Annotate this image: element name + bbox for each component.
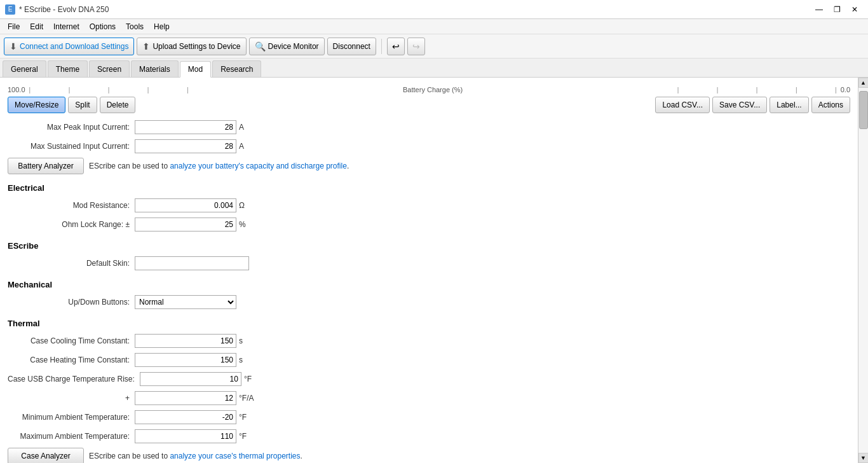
default-skin-row: Default Skin: <box>8 256 850 271</box>
device-monitor-button[interactable]: 🔍 Device Monitor <box>249 38 325 55</box>
menu-options[interactable]: Options <box>85 21 121 32</box>
close-button[interactable]: ✕ <box>846 3 863 17</box>
max-sustained-label: Max Sustained Input Current: <box>8 142 135 151</box>
updown-buttons-row: Up/Down Buttons: Normal Reversed <box>8 294 850 310</box>
disconnect-button[interactable]: Disconnect <box>327 38 376 55</box>
battery-analyzer-link[interactable]: analyze your battery's capacity and disc… <box>170 162 346 170</box>
title-controls[interactable]: — ❐ ✕ <box>811 3 863 17</box>
max-peak-row: Max Peak Input Current: A <box>8 120 850 135</box>
updown-buttons-select[interactable]: Normal Reversed <box>135 295 236 309</box>
scroll-track[interactable] <box>858 88 868 453</box>
min-ambient-row: Minimum Ambient Temperature: °F <box>8 410 850 425</box>
case-usb-label: Case USB Charge Temperature Rise: <box>8 375 140 384</box>
tab-mod[interactable]: Mod <box>180 61 211 78</box>
battery-left-value: 100.0 <box>8 86 25 93</box>
case-analyzer-row: Case Analyzer EScribe can be used to ana… <box>8 448 850 463</box>
battery-analyzer-button[interactable]: Battery Analyzer <box>8 158 84 174</box>
title-left: E * EScribe - Evolv DNA 250 <box>5 4 109 15</box>
case-heating-unit: s <box>239 356 243 364</box>
case-cooling-row: Case Cooling Time Constant: s <box>8 333 850 349</box>
case-cooling-label: Case Cooling Time Constant: <box>8 336 135 345</box>
max-sustained-input[interactable] <box>135 139 236 153</box>
mod-resistance-unit: Ω <box>239 201 245 210</box>
tab-research[interactable]: Research <box>212 60 261 77</box>
tab-bar: General Theme Screen Materials Mod Resea… <box>0 59 868 78</box>
max-ambient-label: Maximum Ambient Temperature: <box>8 432 135 441</box>
menu-help[interactable]: Help <box>149 21 175 32</box>
redo-button[interactable]: ↪ <box>407 38 425 55</box>
move-resize-button[interactable]: Move/Resize <box>8 97 65 113</box>
label-button[interactable]: Label... <box>770 97 808 113</box>
battery-right-value: 0.0 <box>841 86 850 93</box>
title-text: * EScribe - Evolv DNA 250 <box>19 5 109 14</box>
minimize-button[interactable]: — <box>811 3 827 17</box>
maximize-button[interactable]: ❐ <box>829 3 845 17</box>
max-peak-label: Max Peak Input Current: <box>8 123 135 132</box>
ohm-lock-label: Ohm Lock Range: ± <box>8 220 135 229</box>
ohm-lock-row: Ohm Lock Range: ± % <box>8 217 850 232</box>
toolbar: ⬇ Connect and Download Settings ⬆ Upload… <box>0 34 868 59</box>
mechanical-title: Mechanical <box>8 280 850 289</box>
tab-general[interactable]: General <box>3 60 46 77</box>
max-sustained-unit: A <box>239 142 244 151</box>
escribe-title: EScribe <box>8 241 850 251</box>
plus-label: + <box>8 394 135 403</box>
case-heating-input[interactable] <box>135 353 236 367</box>
scroll-thumb[interactable] <box>859 91 868 129</box>
scroll-down-arrow[interactable]: ▼ <box>858 453 869 463</box>
monitor-icon: 🔍 <box>255 41 266 52</box>
thermal-title: Thermal <box>8 319 850 328</box>
scrollbar[interactable]: ▲ ▼ <box>858 78 868 463</box>
updown-buttons-label: Up/Down Buttons: <box>8 298 135 307</box>
split-button[interactable]: Split <box>68 97 97 113</box>
menu-file[interactable]: File <box>3 21 25 32</box>
case-analyzer-button[interactable]: Case Analyzer <box>8 448 84 463</box>
min-ambient-input[interactable] <box>135 410 236 424</box>
upload-icon: ⬆ <box>142 41 150 52</box>
max-ambient-unit: °F <box>239 432 247 441</box>
mod-resistance-label: Mod Resistance: <box>8 201 135 210</box>
save-csv-button[interactable]: Save CSV... <box>712 97 767 113</box>
plus-input[interactable] <box>135 391 236 405</box>
connect-download-button[interactable]: ⬇ Connect and Download Settings <box>4 38 134 55</box>
battery-charge-label: Battery Charge (%) <box>403 86 463 93</box>
case-heating-row: Case Heating Time Constant: s <box>8 352 850 368</box>
connect-icon: ⬇ <box>10 41 17 52</box>
max-ambient-input[interactable] <box>135 429 236 443</box>
title-bar: E * EScribe - Evolv DNA 250 — ❐ ✕ <box>0 0 868 19</box>
tab-screen[interactable]: Screen <box>89 60 130 77</box>
menu-tools[interactable]: Tools <box>121 21 149 32</box>
menu-internet[interactable]: Internet <box>48 21 85 32</box>
undo-button[interactable]: ↩ <box>387 38 405 55</box>
ohm-lock-input[interactable] <box>135 218 236 232</box>
case-cooling-input[interactable] <box>135 334 236 348</box>
ohm-lock-unit: % <box>239 220 246 229</box>
max-peak-input[interactable] <box>135 120 236 134</box>
delete-button[interactable]: Delete <box>100 97 136 113</box>
app-icon: E <box>5 4 15 15</box>
default-skin-input[interactable] <box>135 256 249 270</box>
actions-button[interactable]: Actions <box>811 97 850 113</box>
load-csv-button[interactable]: Load CSV... <box>655 97 710 113</box>
tab-materials[interactable]: Materials <box>131 60 179 77</box>
case-heating-label: Case Heating Time Constant: <box>8 356 135 364</box>
default-skin-label: Default Skin: <box>8 259 135 268</box>
menu-edit[interactable]: Edit <box>25 21 48 32</box>
scroll-up-arrow[interactable]: ▲ <box>858 78 869 88</box>
case-analyzer-link[interactable]: analyze your case's thermal properties <box>170 452 300 460</box>
upload-settings-button[interactable]: ⬆ Upload Settings to Device <box>137 38 246 55</box>
mod-resistance-input[interactable] <box>135 198 236 212</box>
plus-unit: °F/A <box>239 394 254 403</box>
min-ambient-unit: °F <box>239 413 247 422</box>
case-analyzer-text: EScribe can be used to analyze your case… <box>89 452 302 460</box>
action-row: Move/Resize Split Delete Load CSV... Sav… <box>8 97 850 113</box>
toolbar-separator <box>381 39 382 54</box>
mod-resistance-row: Mod Resistance: Ω <box>8 198 850 213</box>
min-ambient-label: Minimum Ambient Temperature: <box>8 413 135 422</box>
tab-theme[interactable]: Theme <box>48 60 88 77</box>
content-area: 100.0 ||||| Battery Charge (%) ||||| 0.0… <box>0 78 858 463</box>
case-usb-input[interactable] <box>140 372 241 386</box>
main-area: 100.0 ||||| Battery Charge (%) ||||| 0.0… <box>0 78 868 463</box>
max-ambient-row: Maximum Ambient Temperature: °F <box>8 429 850 444</box>
max-peak-unit: A <box>239 123 244 132</box>
